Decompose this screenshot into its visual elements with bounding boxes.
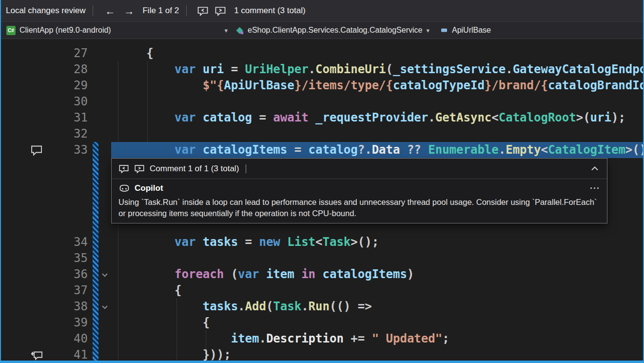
line-margin bbox=[0, 126, 45, 142]
line-number: 36 bbox=[45, 266, 93, 282]
line-number: 28 bbox=[45, 61, 93, 78]
code-text: { bbox=[111, 282, 644, 299]
file-indicator: File 1 of 2 bbox=[142, 6, 179, 16]
line-number: 31 bbox=[45, 110, 93, 126]
chevron-down-icon: ▾ bbox=[224, 27, 228, 34]
code-text: var tasks = new List<Task>(); bbox=[111, 234, 644, 250]
comment-bubble-icon bbox=[30, 144, 43, 156]
fold-col bbox=[98, 234, 111, 250]
chevron-up-icon bbox=[589, 163, 600, 174]
collapse-comment-button[interactable] bbox=[589, 163, 600, 174]
line-margin bbox=[0, 61, 45, 78]
line-number: 33 bbox=[45, 142, 93, 158]
more-options-button[interactable]: ··· bbox=[590, 184, 600, 193]
code-text: $"{ApiUrlBase}/items/type/{catalogTypeId… bbox=[111, 78, 644, 94]
line-number: 40 bbox=[45, 331, 93, 347]
code-line-31[interactable]: 31 var catalog = await _requestProvider.… bbox=[0, 110, 644, 126]
popup-prev-comment-button[interactable] bbox=[118, 164, 129, 174]
comment-author: Copilot bbox=[135, 183, 163, 193]
code-line-28[interactable]: 28 var uri = UriHelper.CombineUri(_setti… bbox=[0, 61, 644, 78]
code-text: var uri = UriHelper.CombineUri(_settings… bbox=[111, 61, 644, 78]
fold-chevron-icon bbox=[100, 270, 109, 279]
line-margin bbox=[0, 94, 45, 110]
line-margin bbox=[0, 234, 45, 250]
comment-prev-icon bbox=[197, 6, 209, 16]
code-line-27[interactable]: 27 { bbox=[0, 45, 644, 61]
code-text bbox=[111, 94, 644, 110]
comment-counter: Comment 1 of 1 (3 total) bbox=[150, 164, 239, 174]
add-comment-icon bbox=[30, 349, 43, 361]
chevron-down-icon: ▾ bbox=[426, 27, 429, 34]
fold-toggle[interactable] bbox=[98, 266, 111, 282]
line-margin bbox=[0, 331, 45, 347]
forward-button[interactable]: → bbox=[119, 6, 138, 16]
code-line-30[interactable]: 30 bbox=[0, 94, 644, 110]
line-number: 30 bbox=[45, 94, 93, 110]
code-line-26[interactable]: public async Task FilterAsync(int catalo… bbox=[0, 39, 644, 45]
comment-margin[interactable] bbox=[0, 142, 45, 158]
fold-col bbox=[98, 315, 111, 331]
comment-popup: Comment 1 of 1 (3 total) Copilot ··· Usi… bbox=[111, 158, 607, 223]
popup-next-comment-button[interactable] bbox=[134, 164, 145, 174]
fold-toggle[interactable] bbox=[98, 299, 111, 315]
fold-col bbox=[98, 126, 111, 142]
code-line-29[interactable]: 29 $"{ApiUrlBase}/items/type/{catalogTyp… bbox=[0, 78, 644, 94]
code-text bbox=[111, 126, 644, 142]
code-rows-top: public async Task FilterAsync(int catalo… bbox=[0, 39, 644, 158]
fold-col bbox=[98, 331, 111, 347]
fold-col bbox=[98, 142, 111, 158]
code-text: tasks.Add(Task.Run(() => bbox=[111, 299, 644, 315]
code-text: var catalogItems = catalog?.Data ?? Enum… bbox=[111, 142, 644, 158]
gutter-spacer bbox=[93, 78, 98, 94]
code-text bbox=[111, 250, 644, 266]
code-text: var catalog = await _requestProvider.Get… bbox=[111, 110, 644, 126]
comment-author-row: Copilot ··· bbox=[118, 182, 600, 194]
prev-comment-button[interactable] bbox=[194, 6, 212, 16]
line-margin bbox=[0, 110, 45, 126]
comment-popup-wrap: Comment 1 of 1 (3 total) Copilot ··· Usi… bbox=[0, 158, 644, 234]
code-text: item.Description += " Updated"; bbox=[111, 331, 644, 347]
comment-text: Using `Task.Run` inside a loop can lead … bbox=[118, 197, 600, 219]
line-number: 29 bbox=[45, 78, 93, 94]
code-editor[interactable]: public async Task FilterAsync(int catalo… bbox=[0, 39, 644, 363]
editor-navbar: C# ClientApp (net9.0-android) ▾ eShop.Cl… bbox=[0, 21, 644, 39]
line-margin bbox=[0, 45, 45, 61]
next-comment-button[interactable] bbox=[212, 6, 229, 16]
type-label: eShop.ClientApp.Services.Catalog.Catalog… bbox=[248, 26, 422, 35]
line-margin bbox=[0, 299, 45, 315]
comment-summary: 1 comment (3 total) bbox=[234, 6, 305, 16]
text-cursor bbox=[246, 164, 246, 173]
code-text: foreach (var item in catalogItems) bbox=[111, 266, 644, 282]
member-dropdown[interactable]: ApiUrlBase bbox=[436, 23, 495, 37]
code-line-32[interactable]: 32 bbox=[0, 126, 644, 142]
project-label: ClientApp (net9.0-android) bbox=[20, 26, 111, 35]
line-margin bbox=[0, 282, 45, 299]
line-margin bbox=[0, 266, 45, 282]
line-margin bbox=[0, 250, 45, 266]
fold-col bbox=[98, 282, 111, 299]
line-number: 38 bbox=[45, 299, 93, 315]
code-text: { bbox=[111, 45, 644, 61]
fold-col bbox=[98, 110, 111, 126]
gutter-spacer bbox=[93, 61, 98, 78]
fold-col bbox=[98, 61, 111, 78]
window-accent-border-left bbox=[0, 0, 1, 363]
comment-prev-icon bbox=[118, 164, 129, 174]
fold-col bbox=[98, 250, 111, 266]
fold-col bbox=[98, 94, 111, 110]
comment-popup-header: Comment 1 of 1 (3 total) bbox=[112, 159, 607, 179]
window-accent-border-bottom bbox=[0, 361, 644, 363]
line-number: 34 bbox=[45, 234, 93, 250]
line-number: 37 bbox=[45, 282, 93, 299]
project-dropdown[interactable]: C# ClientApp (net9.0-android) ▾ bbox=[2, 23, 232, 37]
gutter-spacer bbox=[93, 126, 98, 142]
fold-chevron-icon bbox=[100, 302, 109, 311]
back-button[interactable]: ← bbox=[100, 6, 119, 16]
fold-col bbox=[98, 45, 111, 61]
review-title: Local changes review bbox=[6, 6, 85, 16]
csharp-project-icon: C# bbox=[6, 26, 16, 35]
copilot-icon bbox=[118, 182, 130, 194]
field-icon bbox=[440, 26, 448, 34]
type-dropdown[interactable]: eShop.ClientApp.Services.Catalog.Catalog… bbox=[232, 23, 433, 37]
gutter-spacer bbox=[93, 45, 98, 61]
